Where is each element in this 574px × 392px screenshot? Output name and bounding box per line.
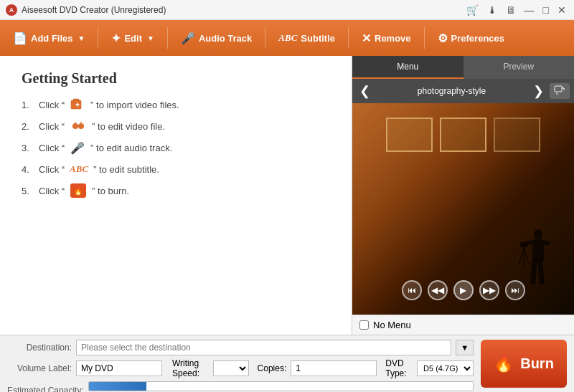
rewind-start-button[interactable]: ⏮ <box>402 280 422 300</box>
step-1-after: ” to import video files. <box>90 100 179 110</box>
tab-preview-label: Preview <box>503 62 534 72</box>
capacity-row: Estimated Capacity: 0.5GB 1GB 1.5GB 2GB … <box>7 381 474 392</box>
svg-rect-13 <box>532 239 544 261</box>
edit-style-button[interactable] <box>550 83 570 99</box>
photographer-silhouette <box>509 229 560 315</box>
step-1-before: Click “ <box>39 100 65 110</box>
fast-forward-button[interactable]: ▶▶ <box>479 280 499 300</box>
svg-rect-18 <box>520 242 527 247</box>
copies-input[interactable] <box>291 360 377 376</box>
step-4-num: 4. <box>22 164 36 175</box>
svg-line-19 <box>519 247 524 264</box>
step-5: 5. Click “ 🔥 ” to burn. <box>22 183 330 198</box>
title-bar: A Aiseesoft DVD Creator (Unregistered) 🛒… <box>0 0 574 20</box>
destination-browse-button[interactable]: ▼ <box>456 340 474 355</box>
remove-icon: ✕ <box>362 32 371 45</box>
main-area: Getting Started 1. Click “ ” to import v… <box>0 56 574 335</box>
preferences-button[interactable]: ⚙ Preferences <box>430 28 512 49</box>
add-files-step-icon <box>70 98 85 111</box>
divider-1 <box>98 27 98 49</box>
step-2-before: Click “ <box>39 121 65 132</box>
no-menu-checkbox[interactable] <box>359 320 369 330</box>
audio-track-label: Audio Track <box>199 33 252 44</box>
writing-speed-label: Writing Speed: <box>172 358 209 378</box>
writing-speed-select[interactable] <box>213 360 248 376</box>
divider-4 <box>348 27 349 49</box>
step-4-after: ” to edit subtitle. <box>93 164 159 175</box>
preview-panel: Menu Preview ❮ photography-style ❯ <box>352 56 574 335</box>
burn-flame-icon: 🔥 <box>494 355 513 373</box>
prev-style-button[interactable]: ❮ <box>357 82 373 100</box>
add-files-button[interactable]: 📄 Add Files ▼ <box>6 28 92 49</box>
forward-end-button[interactable]: ⏭ <box>505 280 525 300</box>
rewind-button[interactable]: ◀◀ <box>428 280 448 300</box>
step-1: 1. Click “ ” to import video files. <box>22 98 330 111</box>
step-5-before: Click “ <box>39 186 65 196</box>
divider-5 <box>424 27 425 49</box>
next-style-button[interactable]: ❯ <box>530 82 547 100</box>
destination-label: Destination: <box>7 343 72 353</box>
volume-input[interactable] <box>76 360 162 376</box>
minimize-btn[interactable]: — <box>522 4 537 16</box>
add-files-label: Add Files <box>31 33 73 44</box>
bottom-bar: Destination: ▼ Volume Label: Writing Spe… <box>0 335 574 392</box>
dvd-type-label: DVD Type: <box>385 358 413 378</box>
no-menu-label[interactable]: No Menu <box>373 320 411 330</box>
thumbnail-1[interactable] <box>386 118 433 152</box>
getting-started-panel: Getting Started 1. Click “ ” to import v… <box>0 56 352 335</box>
destination-input[interactable] <box>76 340 451 355</box>
tab-menu[interactable]: Menu <box>352 56 464 79</box>
bottom-left-panel: Destination: ▼ Volume Label: Writing Spe… <box>7 340 474 388</box>
no-menu-row: No Menu <box>352 315 574 335</box>
preview-image-area: ⏮ ◀◀ ▶ ▶▶ ⏭ <box>352 103 574 315</box>
audio-step-icon: 🎤 <box>70 141 85 155</box>
playback-controls: ⏮ ◀◀ ▶ ▶▶ ⏭ <box>352 280 574 300</box>
audio-icon: 🎤 <box>181 32 195 45</box>
cart-icon[interactable]: 🛒 <box>464 4 481 16</box>
step-3-num: 3. <box>22 143 36 153</box>
edit-step-icon <box>70 120 86 133</box>
window-controls: 🛒 🌡 🖥 — □ ✕ <box>464 4 568 16</box>
estimated-capacity-label: Estimated Capacity: <box>7 386 84 393</box>
thermo-icon[interactable]: 🌡 <box>485 4 499 16</box>
play-button[interactable]: ▶ <box>453 280 474 300</box>
subtitle-button[interactable]: ABC Subtitle <box>271 29 342 47</box>
preview-tabs: Menu Preview <box>352 56 574 79</box>
svg-point-12 <box>534 229 542 239</box>
volume-row: Volume Label: Writing Speed: Copies: DVD… <box>7 358 474 378</box>
divider-3 <box>265 27 265 49</box>
burn-button[interactable]: 🔥 Burn <box>481 340 567 388</box>
step-2-num: 2. <box>22 121 36 132</box>
getting-started-heading: Getting Started <box>22 70 330 87</box>
remove-button[interactable]: ✕ Remove <box>354 28 418 49</box>
subtitle-label: Subtitle <box>301 33 335 44</box>
step-4-before: Click “ <box>39 164 65 175</box>
close-btn[interactable]: ✕ <box>555 4 568 16</box>
tab-preview[interactable]: Preview <box>464 56 575 79</box>
step-2-after: ” to edit video file. <box>92 121 165 132</box>
svg-line-21 <box>524 247 529 264</box>
screen-icon[interactable]: 🖥 <box>504 4 518 16</box>
thumbnail-row <box>352 118 574 152</box>
dvd-type-select[interactable]: D5 (4.7G) <box>417 360 474 376</box>
maximize-btn[interactable]: □ <box>541 4 551 16</box>
tab-menu-label: Menu <box>397 62 418 72</box>
svg-line-10 <box>563 87 565 90</box>
audio-track-button[interactable]: 🎤 Audio Track <box>174 28 259 49</box>
remove-label: Remove <box>375 33 411 44</box>
add-files-icon: 📄 <box>13 32 27 45</box>
edit-button[interactable]: ✦ Edit ▼ <box>104 28 161 49</box>
step-3-after: ” to edit audio track. <box>90 143 172 153</box>
thumbnail-2[interactable] <box>440 118 486 152</box>
step-5-num: 5. <box>22 186 36 196</box>
volume-label: Volume Label: <box>7 363 72 373</box>
thumbnail-3[interactable] <box>494 118 540 152</box>
svg-rect-1 <box>73 99 79 101</box>
style-name-label: photography-style <box>376 86 527 96</box>
capacity-bar-fill <box>89 382 146 391</box>
preferences-label: Preferences <box>451 33 504 44</box>
burn-label: Burn <box>520 355 554 372</box>
preferences-icon: ⚙ <box>438 32 448 45</box>
burn-step-icon: 🔥 <box>70 183 86 198</box>
svg-line-11 <box>556 93 558 95</box>
